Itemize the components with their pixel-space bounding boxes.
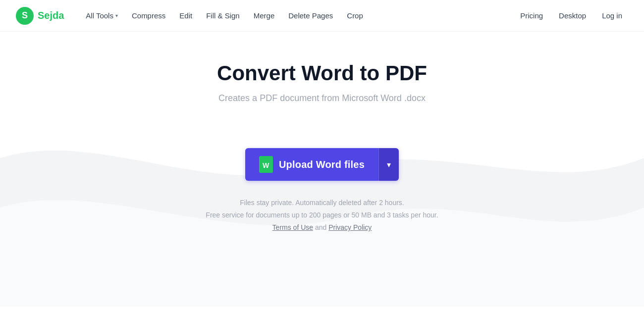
and-separator: and xyxy=(315,223,328,231)
upload-button-wrapper: W Upload Word files ▾ xyxy=(245,148,399,181)
nav-item-crop[interactable]: Crop xyxy=(341,7,369,24)
upload-section: W Upload Word files ▾ Files stay private… xyxy=(0,118,644,264)
nav-item-pricing[interactable]: Pricing xyxy=(514,7,549,24)
svg-text:W: W xyxy=(263,161,269,169)
logo-icon: S xyxy=(16,7,34,25)
header: S Sejda All Tools ▾ Compress Edit Fill &… xyxy=(0,0,644,32)
nav-item-all-tools[interactable]: All Tools ▾ xyxy=(80,7,124,24)
info-line-1: Files stay private. Automatically delete… xyxy=(206,197,438,209)
info-text: Files stay private. Automatically delete… xyxy=(206,197,438,234)
terms-link[interactable]: Terms of Use xyxy=(272,223,313,231)
chevron-down-icon: ▾ xyxy=(387,160,391,169)
page-title: Convert Word to PDF xyxy=(217,61,427,85)
chevron-down-icon: ▾ xyxy=(115,13,118,18)
wave-container: W Upload Word files ▾ Files stay private… xyxy=(0,118,644,264)
legal-links: Terms of Use and Privacy Policy xyxy=(206,221,438,234)
nav-item-compress[interactable]: Compress xyxy=(126,7,171,24)
privacy-link[interactable]: Privacy Policy xyxy=(328,223,372,231)
main-nav: All Tools ▾ Compress Edit Fill & Sign Me… xyxy=(80,7,514,24)
right-nav: Pricing Desktop Log in xyxy=(514,7,628,24)
word-file-icon: W xyxy=(259,156,273,173)
nav-item-login[interactable]: Log in xyxy=(596,7,628,24)
page-subtitle: Creates a PDF document from Microsoft Wo… xyxy=(218,93,426,104)
upload-button[interactable]: W Upload Word files xyxy=(245,148,378,181)
main-content: Convert Word to PDF Creates a PDF docume… xyxy=(0,32,644,264)
nav-item-merge[interactable]: Merge xyxy=(248,7,281,24)
nav-item-edit[interactable]: Edit xyxy=(173,7,198,24)
logo-text: Sejda xyxy=(38,10,64,21)
nav-item-fill-sign[interactable]: Fill & Sign xyxy=(200,7,246,24)
nav-item-desktop[interactable]: Desktop xyxy=(553,7,592,24)
upload-dropdown-button[interactable]: ▾ xyxy=(378,148,399,181)
logo-link[interactable]: S Sejda xyxy=(16,7,64,25)
info-line-2: Free service for documents up to 200 pag… xyxy=(206,209,438,221)
nav-item-delete-pages[interactable]: Delete Pages xyxy=(282,7,339,24)
